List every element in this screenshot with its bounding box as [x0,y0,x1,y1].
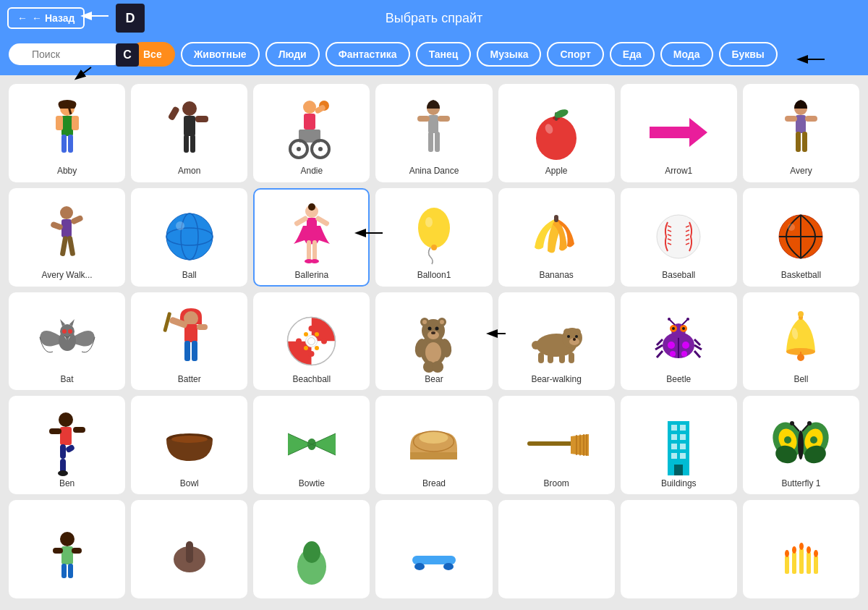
sprite-abby[interactable]: Abby [9,84,125,182]
sprite-ballerina-img [283,208,341,266]
svg-point-139 [573,338,576,341]
svg-rect-204 [671,444,677,449]
sprite-beetle[interactable]: Beetle [621,292,737,391]
sprite-balloon[interactable]: Balloon1 [375,188,492,287]
filter-animals[interactable]: Животные [181,42,260,67]
sprite-bowl[interactable]: Bowl [131,396,247,494]
sprite-butterfly[interactable]: Butterfly 1 [743,396,859,494]
sprite-beachball[interactable]: Beachball [253,292,370,391]
sprite-buildings[interactable]: Buildings [621,396,737,494]
sprite-bottom-5[interactable] [498,500,615,598]
svg-line-159 [655,345,663,350]
svg-point-126 [435,326,439,330]
filter-dance[interactable]: Танец [416,42,472,67]
svg-rect-29 [428,115,438,133]
sprite-bottom-2-img [161,530,218,588]
filter-fantasy[interactable]: Фантастика [326,42,410,67]
svg-rect-235 [785,556,789,574]
sprite-ball[interactable]: Ball [131,188,247,287]
sprite-bottom-1-img [38,530,96,588]
sprite-bear-walking-img [527,312,585,370]
svg-rect-10 [61,135,67,153]
d-badge: D [116,4,145,33]
sprite-bread[interactable]: Bread [375,396,492,494]
svg-point-146 [532,341,540,350]
sprite-bottom-3[interactable] [253,500,370,598]
sprite-bottom-7-img [772,530,830,588]
sprite-avery-label: Avery [790,166,812,176]
sprite-batter[interactable]: Batter [131,292,247,391]
sprite-bear-walking[interactable]: Bear-walking [498,292,615,391]
filter-food[interactable]: Еда [610,42,655,67]
sprite-avery-walk[interactable]: Avery Walk... [9,188,125,287]
sprite-bananas[interactable]: Bananas [498,188,615,287]
sprite-beachball-label: Beachball [292,374,331,384]
sprite-bat[interactable]: Bat [9,292,125,391]
svg-point-13 [182,101,197,116]
svg-point-114 [304,346,308,350]
svg-point-110 [296,338,302,344]
svg-rect-238 [807,552,811,574]
sprite-amon[interactable]: Amon [131,84,247,182]
sprite-avery-img [772,103,830,161]
sprite-broom[interactable]: Broom [498,396,615,494]
search-input[interactable] [9,43,124,65]
svg-point-231 [303,541,320,563]
sprite-bell[interactable]: Bell [743,292,859,391]
svg-rect-51 [67,236,76,257]
back-button[interactable]: ← ← Назад [7,7,85,29]
sprite-ben-label: Ben [59,478,75,488]
sprite-bowtie[interactable]: Bowtie [253,396,370,494]
sprite-baseball-img [650,208,707,266]
svg-rect-229 [186,541,193,563]
sprite-apple[interactable]: Apple [498,84,615,182]
svg-point-129 [425,342,441,363]
sprite-ballerina-label: Ballerina [295,270,329,280]
svg-point-243 [807,546,811,554]
svg-rect-33 [435,132,440,152]
sprite-andie[interactable]: Andie [253,84,370,182]
sprite-anina-label: Anina Dance [409,166,459,176]
svg-point-121 [422,320,427,324]
sprite-ballerina[interactable]: Ballerina [253,188,370,287]
sprite-avery[interactable]: Avery [743,84,859,182]
sprite-bear[interactable]: Bear A [375,292,492,391]
svg-rect-41 [796,115,806,133]
svg-rect-177 [73,427,85,433]
back-arrow-icon: ← [17,12,27,24]
sprite-arrow1[interactable]: Arrow1 [621,84,737,182]
sprite-basketball[interactable]: Basketball [743,188,859,287]
sprite-bottom-4[interactable] [375,500,492,598]
svg-rect-63 [312,240,317,260]
filter-people[interactable]: Люди [265,42,320,67]
filter-fashion[interactable]: Мода [660,42,713,67]
svg-point-157 [681,351,687,357]
svg-rect-42 [785,116,797,122]
sprite-apple-img [527,103,585,161]
sprite-bottom-6[interactable] [621,500,737,598]
svg-rect-17 [184,135,189,153]
svg-rect-202 [671,434,677,440]
filter-music[interactable]: Музыка [477,42,541,67]
svg-rect-224 [53,548,63,554]
back-label: ← Назад [32,12,75,24]
sprite-anina[interactable]: Anina Dance [375,84,492,182]
svg-point-233 [414,563,425,570]
sprite-anina-img [405,103,463,161]
svg-point-181 [58,470,68,476]
sprite-baseball[interactable]: Baseball [621,188,737,287]
sprite-ball-label: Ball [182,270,197,280]
sprite-bottom-1[interactable] [9,500,125,598]
sprite-bottom-2[interactable] [131,500,247,598]
svg-rect-239 [814,556,818,574]
svg-point-167 [686,318,689,321]
svg-point-19 [303,101,316,114]
sprite-apple-label: Apple [545,166,568,176]
sprite-bell-img [772,312,830,370]
svg-rect-30 [417,116,430,122]
filter-sport[interactable]: Спорт [547,42,603,67]
sprite-ben[interactable]: Ben [9,396,125,494]
sprite-bottom-7[interactable] [743,500,859,598]
svg-point-111 [304,332,308,336]
filter-letters[interactable]: Буквы [719,42,778,67]
